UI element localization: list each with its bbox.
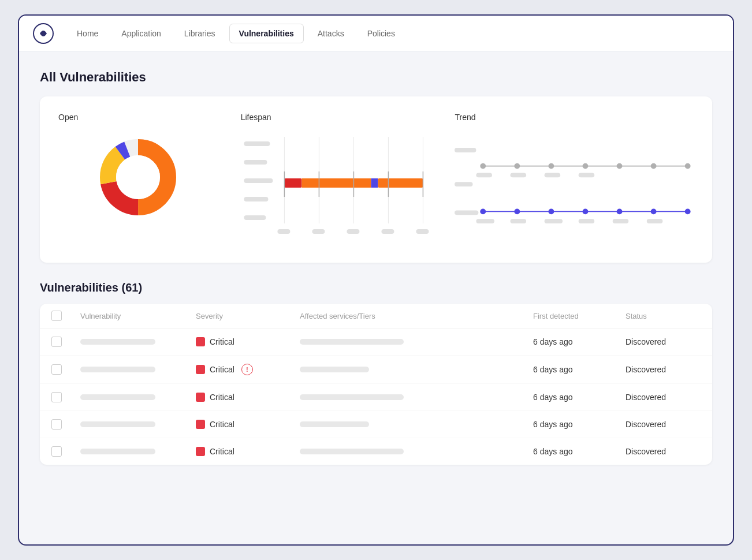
row-first-detected: 6 days ago	[533, 420, 626, 429]
open-chart-section: Open	[58, 113, 218, 247]
app-window: Home Application Libraries Vulnerabiliti…	[18, 14, 734, 546]
svg-rect-25	[378, 178, 423, 188]
svg-point-49	[549, 208, 554, 214]
severity-indicator	[196, 393, 205, 402]
row-first-detected: 6 days ago	[533, 393, 626, 402]
svg-rect-54	[476, 219, 495, 223]
severity-label: Critical	[210, 365, 234, 374]
row-severity-cell: Critical	[196, 393, 300, 402]
table-header: Vulnerability Severity Affected services…	[40, 304, 712, 328]
header-first-detected: First detected	[533, 312, 626, 320]
svg-rect-11	[244, 215, 266, 220]
row-checkbox[interactable]	[51, 446, 62, 457]
svg-point-50	[583, 208, 589, 214]
row-vulnerability-name	[80, 367, 196, 372]
svg-point-37	[549, 163, 554, 169]
row-checkbox[interactable]	[51, 364, 62, 375]
warning-icon: !	[241, 364, 253, 375]
nav-bar: Home Application Libraries Vulnerabiliti…	[19, 16, 733, 51]
row-affected	[300, 367, 533, 372]
page-title: All Vulnerabilities	[40, 70, 712, 85]
table-row: Critical ! 6 days ago Discovered	[40, 356, 712, 384]
svg-rect-33	[455, 210, 478, 215]
row-checkbox-cell	[51, 364, 80, 375]
svg-rect-23	[301, 178, 371, 188]
lifespan-chart-label: Lifespan	[241, 113, 432, 122]
nav-item-libraries[interactable]: Libraries	[175, 24, 225, 43]
svg-point-52	[651, 208, 657, 214]
trend-chart-label: Trend	[455, 113, 694, 122]
row-severity-cell: Critical !	[196, 364, 300, 375]
svg-rect-20	[381, 229, 394, 234]
severity-indicator	[196, 337, 205, 346]
nav-item-attacks[interactable]: Attacks	[308, 24, 353, 43]
severity-label: Critical	[210, 337, 234, 346]
svg-rect-24	[371, 178, 378, 188]
row-checkbox[interactable]	[51, 337, 62, 347]
header-checkbox-cell	[51, 311, 80, 321]
row-vulnerability-name	[80, 339, 196, 345]
row-checkbox-cell	[51, 446, 80, 457]
svg-rect-18	[312, 229, 325, 234]
row-checkbox-cell	[51, 337, 80, 347]
row-vulnerability-name	[80, 421, 196, 427]
severity-label: Critical	[210, 393, 234, 402]
header-severity: Severity	[196, 312, 300, 320]
table-row: Critical 6 days ago Discovered	[40, 411, 712, 438]
nav-item-home[interactable]: Home	[68, 24, 107, 43]
table-row: Critical 6 days ago Discovered	[40, 384, 712, 411]
select-all-checkbox[interactable]	[51, 311, 62, 321]
row-affected	[300, 421, 533, 427]
svg-rect-56	[545, 219, 563, 223]
svg-point-36	[515, 163, 520, 169]
svg-rect-42	[476, 173, 493, 177]
row-checkbox[interactable]	[51, 392, 62, 402]
row-first-detected: 6 days ago	[533, 337, 626, 346]
svg-point-47	[481, 208, 486, 214]
svg-rect-31	[455, 148, 476, 152]
row-severity-cell: Critical	[196, 420, 300, 429]
svg-point-38	[583, 163, 589, 169]
row-vulnerability-name	[80, 449, 196, 454]
row-status: Discovered	[626, 420, 701, 429]
severity-indicator	[196, 365, 205, 374]
svg-rect-59	[647, 219, 663, 223]
severity-label: Critical	[210, 447, 234, 456]
header-vulnerability: Vulnerability	[80, 312, 196, 320]
row-affected	[300, 449, 533, 454]
svg-rect-7	[244, 141, 270, 146]
row-first-detected: 6 days ago	[533, 365, 626, 374]
svg-rect-32	[455, 182, 473, 186]
row-severity-cell: Critical	[196, 337, 300, 346]
svg-rect-43	[511, 173, 527, 177]
header-status: Status	[626, 312, 701, 320]
nav-item-policies[interactable]: Policies	[358, 24, 404, 43]
vulnerabilities-table: Vulnerability Severity Affected services…	[40, 304, 712, 465]
svg-rect-57	[579, 219, 595, 223]
svg-rect-44	[545, 173, 561, 177]
severity-indicator	[196, 420, 205, 429]
svg-rect-19	[347, 229, 359, 234]
donut-chart	[58, 131, 218, 223]
svg-rect-58	[613, 219, 629, 223]
nav-item-vulnerabilities[interactable]: Vulnerabilities	[229, 24, 304, 43]
row-affected	[300, 339, 533, 345]
svg-rect-22	[284, 178, 301, 188]
row-checkbox[interactable]	[51, 419, 62, 430]
main-content: All Vulnerabilities Open	[19, 51, 733, 544]
open-chart-label: Open	[58, 113, 218, 122]
table-row: Critical 6 days ago Discovered	[40, 328, 712, 356]
table-row: Critical 6 days ago Discovered	[40, 438, 712, 465]
svg-point-41	[685, 163, 691, 169]
nav-item-application[interactable]: Application	[112, 24, 170, 43]
trend-chart	[455, 131, 694, 247]
row-checkbox-cell	[51, 419, 80, 430]
svg-rect-17	[277, 229, 290, 234]
severity-label: Critical	[210, 420, 234, 429]
row-status: Discovered	[626, 365, 701, 374]
svg-point-39	[617, 163, 623, 169]
svg-point-35	[481, 163, 486, 169]
row-severity-cell: Critical	[196, 447, 300, 456]
lifespan-chart-section: Lifespan	[241, 113, 432, 247]
row-checkbox-cell	[51, 392, 80, 402]
